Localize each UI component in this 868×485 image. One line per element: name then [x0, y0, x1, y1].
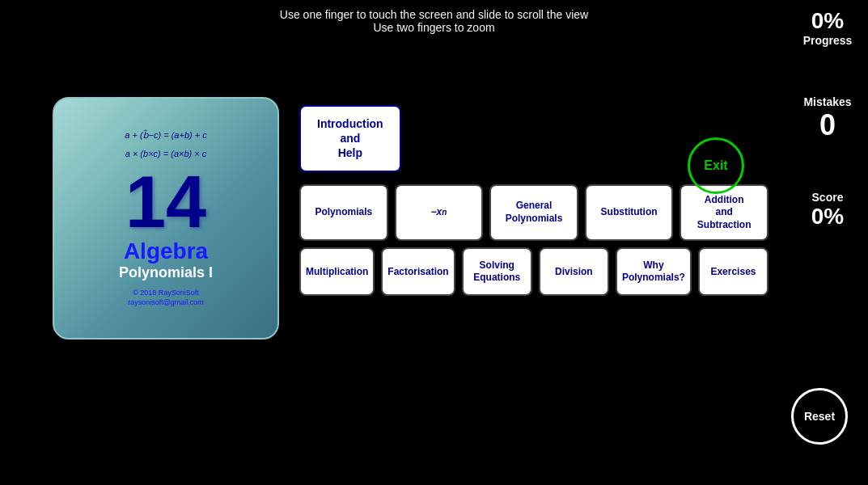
topic-why-polynomials[interactable]: WhyPolynomials?: [616, 247, 692, 296]
topic-general-polynomials[interactable]: GeneralPolynomials: [489, 184, 578, 242]
topics-row1: Polynomials −xn GeneralPolynomials Subst…: [299, 184, 768, 242]
intro-help-button[interactable]: Introduction and Help: [299, 105, 401, 172]
mistakes-section: Mistakes 0: [803, 95, 851, 142]
book-subtitle: Polynomials I: [119, 264, 213, 281]
right-panel: 0% Progress Mistakes 0 Score 0%: [795, 8, 860, 230]
score-section: Score 0%: [811, 191, 844, 230]
mistakes-value: 0: [803, 108, 851, 142]
topic-xn[interactable]: −xn: [395, 184, 484, 242]
topic-solving-equations[interactable]: SolvingEquations: [462, 247, 532, 296]
topic-factorisation[interactable]: Factorisation: [381, 247, 455, 296]
instructions: Use one finger to touch the screen and s…: [280, 8, 588, 34]
topic-division[interactable]: Division: [539, 247, 609, 296]
progress-percent: 0%: [803, 8, 853, 34]
book-formula2: a × (b×c) = (a×b) × c: [125, 147, 207, 162]
progress-section: 0% Progress: [803, 8, 853, 47]
reset-button[interactable]: Reset: [791, 388, 848, 445]
mistakes-label: Mistakes: [803, 95, 851, 108]
book-copyright: © 2018 RaySoniSoft raysonisoft@gmail.com: [128, 288, 204, 308]
progress-label: Progress: [803, 34, 853, 47]
score-label: Score: [811, 191, 844, 204]
book-algebra: Algebra: [124, 238, 208, 264]
topic-substitution[interactable]: Substitution: [585, 184, 674, 242]
instruction-line2: Use two fingers to zoom: [280, 21, 588, 34]
topics-row2: Multiplication Factorisation SolvingEqua…: [299, 247, 768, 296]
topic-multiplication[interactable]: Multiplication: [299, 247, 375, 296]
book-cover: a + (b̄−c) = (a+b) + c a × (b×c) = (a×b)…: [53, 97, 279, 340]
topic-exercises[interactable]: Exercises: [698, 247, 768, 296]
topic-polynomials[interactable]: Polynomials: [299, 184, 388, 242]
book-formula1: a + (b̄−c) = (a+b) + c: [125, 129, 206, 143]
instruction-line1: Use one finger to touch the screen and s…: [280, 8, 588, 21]
exit-button[interactable]: Exit: [688, 137, 744, 194]
book-number: 14: [125, 166, 206, 238]
score-value: 0%: [811, 204, 844, 230]
main-content: Exit Introduction and Help Polynomials −…: [299, 105, 768, 296]
